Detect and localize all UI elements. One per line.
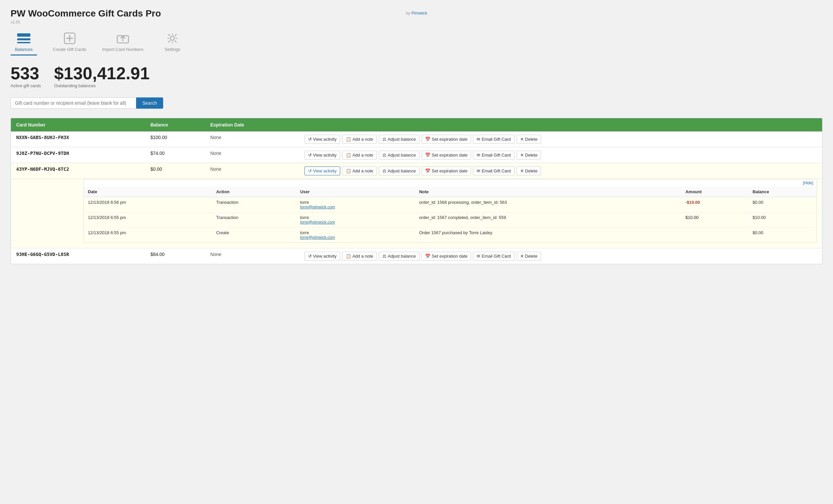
activity-table-row: 12/13/2018 6:55 pm Create torre torre@pi… xyxy=(84,227,816,242)
set-expiry-button[interactable]: 📅 Set expiration date xyxy=(422,252,471,261)
activity-cell: [Hide] DateActionUserNoteAmountBalance xyxy=(11,179,822,248)
view-activity-button[interactable]: ↺ View activity xyxy=(305,151,340,160)
email-gift-card-button[interactable]: ✉ Email Gift Card xyxy=(473,252,514,261)
nav-tabs: Balances Create Gift Cards xyxy=(10,32,823,55)
active-cards-stat: 533 Active gift cards xyxy=(10,65,41,88)
activity-table: DateActionUserNoteAmountBalance 12/13/20… xyxy=(84,187,816,242)
adjust-balance-icon: ⚖ xyxy=(382,254,386,259)
activity-col-header: Amount xyxy=(682,187,748,197)
email-gift-card-button[interactable]: ✉ Email Gift Card xyxy=(473,135,514,144)
col-balance: Balance xyxy=(145,118,205,131)
app-title-block: PW WooCommerce Gift Cards Pro v1.91 xyxy=(10,8,161,24)
adjust-balance-button[interactable]: ⚖ Adjust balance xyxy=(379,151,420,160)
user-name: torre xyxy=(300,215,309,220)
add-note-button[interactable]: 📋 Add a note xyxy=(342,166,377,175)
tab-create-label: Create Gift Cards xyxy=(53,47,86,52)
user-email-link[interactable]: torre@pimwick.com xyxy=(300,205,411,209)
set-expiry-icon: 📅 xyxy=(425,254,430,259)
gift-cards-table: Card Number Balance Expiration Date NXXN… xyxy=(11,118,822,264)
delete-button[interactable]: ✕ Delete xyxy=(517,252,541,261)
tab-import-label: Import Card Numbers xyxy=(102,47,143,52)
table-row: 43YP-N6DF-MJVQ-6TC2 $0.00 None ↺ View ac… xyxy=(11,163,822,179)
tab-settings[interactable]: Settings xyxy=(159,32,186,55)
activity-balance: $0.00 xyxy=(749,227,816,242)
email-gift-card-button[interactable]: ✉ Email Gift Card xyxy=(473,166,514,175)
set-expiry-icon: 📅 xyxy=(425,152,430,158)
activity-col-header: Note xyxy=(415,187,682,197)
activity-note: order_id: 1567 completed, order_item_id:… xyxy=(415,212,682,227)
actions-cell: ↺ View activity 📋 Add a note ⚖ Adjust ba… xyxy=(299,163,822,179)
expiry-cell: None xyxy=(205,147,299,163)
delete-button[interactable]: ✕ Delete xyxy=(517,166,541,175)
card-number-cell: 9J8Z-P7NU-DCPV-9TDH xyxy=(11,147,145,163)
activity-table-row: 12/13/2018 6:56 pm Transaction torre tor… xyxy=(84,197,816,212)
search-button[interactable]: Search xyxy=(136,97,163,109)
delete-icon: ✕ xyxy=(520,137,524,142)
tab-create[interactable]: Create Gift Cards xyxy=(53,32,86,55)
pimwick-link[interactable]: Pimwick xyxy=(411,10,427,16)
import-icon xyxy=(116,32,130,44)
view-activity-icon: ↺ xyxy=(308,254,312,259)
view-activity-button[interactable]: ↺ View activity xyxy=(305,252,340,261)
table-row: 93HE-G6GQ-G5VD-L8SR $84.00 None ↺ View a… xyxy=(11,248,822,264)
create-icon xyxy=(63,32,77,44)
view-activity-button[interactable]: ↺ View activity xyxy=(305,135,340,144)
tab-balances[interactable]: Balances xyxy=(10,32,37,55)
activity-col-header: Action xyxy=(212,187,296,197)
set-expiry-button[interactable]: 📅 Set expiration date xyxy=(422,166,471,175)
settings-icon xyxy=(165,32,180,44)
adjust-balance-button[interactable]: ⚖ Adjust balance xyxy=(379,135,420,144)
activity-balance: $0.00 xyxy=(749,197,816,212)
balances-icon xyxy=(17,32,31,44)
view-activity-icon: ↺ xyxy=(308,152,312,158)
activity-panel: [Hide] DateActionUserNoteAmountBalance xyxy=(84,179,817,243)
app-version: v1.91 xyxy=(10,20,161,24)
search-input[interactable] xyxy=(10,97,136,109)
user-email-link[interactable]: torre@pimwick.com xyxy=(300,220,411,224)
tab-import[interactable]: Import Card Numbers xyxy=(102,32,143,55)
search-row: Search xyxy=(10,97,823,109)
app-title: PW WooCommerce Gift Cards Pro xyxy=(10,8,161,19)
activity-date: 12/13/2018 6:56 pm xyxy=(84,197,212,212)
activity-col-header: Balance xyxy=(749,187,816,197)
email-icon: ✉ xyxy=(477,137,480,142)
balance-cell: $100.00 xyxy=(145,131,205,147)
user-email-link[interactable]: torre@pimwick.com xyxy=(300,235,411,240)
page-wrapper: PW WooCommerce Gift Cards Pro v1.91 by P… xyxy=(0,0,833,504)
tab-settings-label: Settings xyxy=(165,47,180,52)
set-expiry-icon: 📅 xyxy=(425,168,430,173)
email-gift-card-button[interactable]: ✉ Email Gift Card xyxy=(473,151,514,160)
tab-balances-label: Balances xyxy=(15,47,32,52)
expiry-cell: None xyxy=(205,163,299,179)
adjust-balance-button[interactable]: ⚖ Adjust balance xyxy=(379,252,420,261)
delete-button[interactable]: ✕ Delete xyxy=(517,135,541,144)
card-number-cell: NXXN-GABS-8UHJ-FH3X xyxy=(11,131,145,147)
svg-point-5 xyxy=(170,36,174,40)
hide-activity-button[interactable]: [Hide] xyxy=(84,179,816,187)
balance-cell: $74.00 xyxy=(145,147,205,163)
balance-cell: $0.00 xyxy=(145,163,205,179)
add-note-button[interactable]: 📋 Add a note xyxy=(342,151,377,160)
activity-amount: -$10.00 xyxy=(682,197,748,212)
email-icon: ✉ xyxy=(477,168,480,173)
col-actions xyxy=(299,118,822,131)
view-activity-icon: ↺ xyxy=(308,168,312,173)
delete-icon: ✕ xyxy=(520,152,524,158)
set-expiry-button[interactable]: 📅 Set expiration date xyxy=(422,151,471,160)
app-by-text: by xyxy=(406,10,410,16)
add-note-button[interactable]: 📋 Add a note xyxy=(342,252,377,261)
set-expiry-icon: 📅 xyxy=(425,137,430,142)
card-number-cell: 93HE-G6GQ-G5VD-L8SR xyxy=(11,248,145,264)
active-cards-label: Active gift cards xyxy=(10,83,41,88)
activity-action: Transaction xyxy=(212,197,296,212)
activity-user: torre torre@pimwick.com xyxy=(296,227,415,242)
adjust-balance-button[interactable]: ⚖ Adjust balance xyxy=(379,166,420,175)
activity-amount xyxy=(682,227,748,242)
view-activity-button[interactable]: ↺ View activity xyxy=(305,166,340,175)
expiry-cell: None xyxy=(205,248,299,264)
activity-date: 12/13/2018 6:55 pm xyxy=(84,212,212,227)
delete-button[interactable]: ✕ Delete xyxy=(517,151,541,160)
add-note-button[interactable]: 📋 Add a note xyxy=(342,135,377,144)
actions-cell: ↺ View activity 📋 Add a note ⚖ Adjust ba… xyxy=(299,248,822,264)
set-expiry-button[interactable]: 📅 Set expiration date xyxy=(422,135,471,144)
